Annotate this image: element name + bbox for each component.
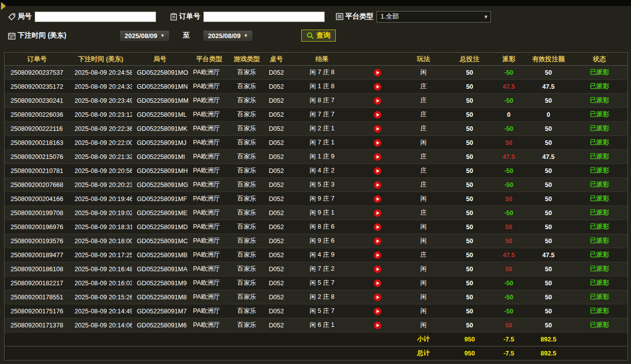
game-type-cell: 百家乐 [230,220,264,234]
status-cell: 已派彩 [572,248,628,262]
play-video-icon[interactable] [373,237,382,245]
platform-type-cell: PA欧洲厅 [188,136,230,150]
order-no-cell: 250809200171378 [5,318,70,332]
play-video-icon[interactable] [373,125,382,133]
bet-time-cell: 2025-08-09 20:18:31 [70,220,132,234]
valid-bet-cell: 50 [526,136,572,150]
play-video-icon[interactable] [373,181,382,189]
result-cell: 闲 9 庄 6 [290,234,355,248]
total-row-valid-bet: 892.5 [526,346,572,360]
play-video-icon[interactable] [373,167,382,175]
play-video-icon[interactable] [373,223,382,231]
order-row: 2508092002221162025-08-09 20:22:36GD0522… [5,122,628,136]
date-from-button[interactable]: 2025/08/09 ▼ [119,30,170,42]
bet-time-cell: 2025-08-09 20:16:03 [70,276,132,290]
status-cell: 已派彩 [572,108,628,122]
order-row: 2508092002302412025-08-09 20:23:49GD0522… [5,94,628,108]
round-no-cell: GD052258091MO [132,66,188,80]
total-bet-cell: 50 [447,220,492,234]
column-header-status: 状态 [572,53,628,66]
play-video-icon[interactable] [373,209,382,217]
game-type-cell: 百家乐 [230,234,264,248]
date-to-button[interactable]: 2025/08/09 ▼ [203,30,253,42]
status-cell: 已派彩 [572,262,628,276]
valid-bet-cell: 50 [526,234,572,248]
valid-bet-cell: 0 [526,108,572,122]
play-video-icon[interactable] [373,279,382,287]
platform-type-cell: PA欧洲厅 [188,290,230,304]
round-no-cell: GD052258091M9 [132,276,188,290]
result-cell: 闲 1 庄 9 [290,150,355,164]
order-table-body: 2508092002375372025-08-09 20:24:58GD0522… [5,66,628,360]
order-row: 2508092002076682025-08-09 20:20:23GD0522… [5,178,628,192]
valid-bet-cell: 50 [526,164,572,178]
play-video-icon[interactable] [373,83,382,91]
search-icon [307,32,314,39]
video-cell [355,108,400,122]
payout-cell: 50 [492,136,526,150]
order-no-cell: 250809200178551 [5,290,70,304]
result-cell: 闲 4 庄 9 [290,248,355,262]
play-video-icon[interactable] [373,111,382,119]
column-header-play-type: 玩法 [400,53,447,66]
order-row: 2508092001785512025-08-09 20:15:26GD0522… [5,290,628,304]
status-cell: 已派彩 [572,276,628,290]
play-video-icon[interactable] [373,139,382,147]
order-row: 2508092002107812025-08-09 20:20:56GD0522… [5,164,628,178]
play-type-cell: 闲 [400,318,447,332]
platform-type-cell: PA欧洲厅 [188,80,230,94]
total-bet-cell: 50 [447,94,492,108]
bet-time-cell: 2025-08-09 20:14:49 [70,304,132,318]
order-no-cell: 250809200226036 [5,108,70,122]
valid-bet-cell: 50 [526,178,572,192]
payout-cell: 50 [492,192,526,206]
play-video-icon[interactable] [373,321,382,329]
play-video-icon[interactable] [373,293,382,301]
status-cell: 已派彩 [572,164,628,178]
play-video-icon[interactable] [373,195,382,203]
total-bet-cell: 50 [447,318,492,332]
total-bet-cell: 50 [447,164,492,178]
order-row: 2508092001997082025-08-09 20:19:02GD0522… [5,206,628,220]
order-no-cell: 250809200189477 [5,248,70,262]
total-row-label: 总计 [400,346,447,360]
payout-cell: 47.5 [492,150,526,164]
payout-cell: -50 [492,304,526,318]
valid-bet-cell: 50 [526,304,572,318]
payout-cell: -50 [492,290,526,304]
play-video-icon[interactable] [373,251,382,259]
column-header-total-bet: 总投注 [447,53,492,66]
game-type-cell: 百家乐 [230,192,264,206]
round-no-label: 局号 [18,12,32,21]
status-cell: 已派彩 [572,304,628,318]
play-video-icon[interactable] [373,97,382,105]
table-no-cell: D052 [264,248,290,262]
total-bet-cell: 50 [447,262,492,276]
bet-time-cell: 2025-08-09 20:23:49 [70,94,132,108]
bet-order-query-page: 局号 订单号 平台类型 1.全部 ▼ 下注时间 (美东) 2025/08/09 [0,0,631,364]
result-cell: 闲 1 庄 8 [290,80,355,94]
result-cell: 闲 5 庄 7 [290,304,355,318]
play-video-icon[interactable] [373,307,382,315]
round-no-cell: GD052258091MH [132,164,188,178]
order-no-input[interactable] [203,12,325,22]
status-cell: 已派彩 [572,206,628,220]
platform-type-cell: PA欧洲厅 [188,234,230,248]
game-type-cell: 百家乐 [230,136,264,150]
play-type-cell: 庄 [400,80,447,94]
round-no-input[interactable] [35,12,156,22]
play-video-icon[interactable] [373,265,382,273]
clipboard-icon [170,13,177,21]
query-button[interactable]: 查询 [301,30,336,42]
order-row: 2508092001751762025-08-09 20:14:49GD0522… [5,304,628,318]
column-header-order-no: 订单号 [5,53,70,66]
play-video-icon[interactable] [373,153,382,161]
platform-type-select[interactable]: 1.全部 ▼ [376,11,491,23]
valid-bet-cell: 50 [526,206,572,220]
result-cell: 闲 9 庄 1 [290,206,355,220]
play-video-icon[interactable] [373,69,382,77]
game-type-cell: 百家乐 [230,122,264,136]
payout-cell: 50 [492,318,526,332]
play-type-cell: 闲 [400,136,447,150]
table-no-cell: D052 [264,220,290,234]
